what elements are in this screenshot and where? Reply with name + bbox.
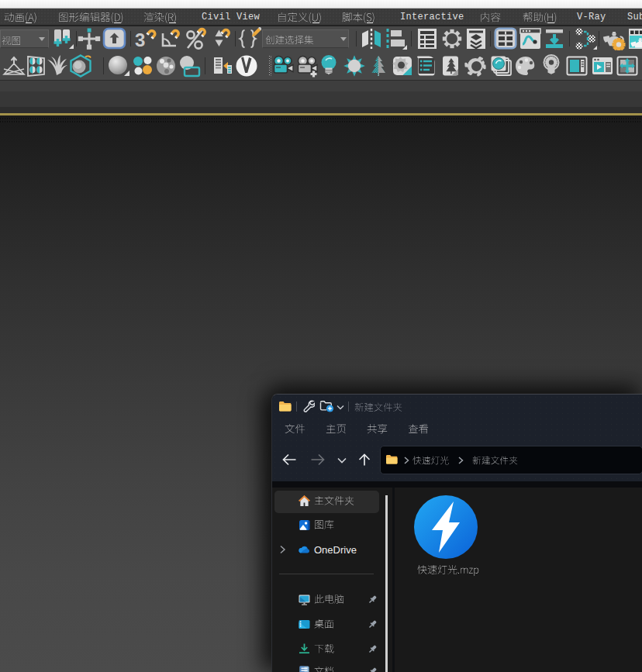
- svg-text:3: 3: [135, 29, 145, 50]
